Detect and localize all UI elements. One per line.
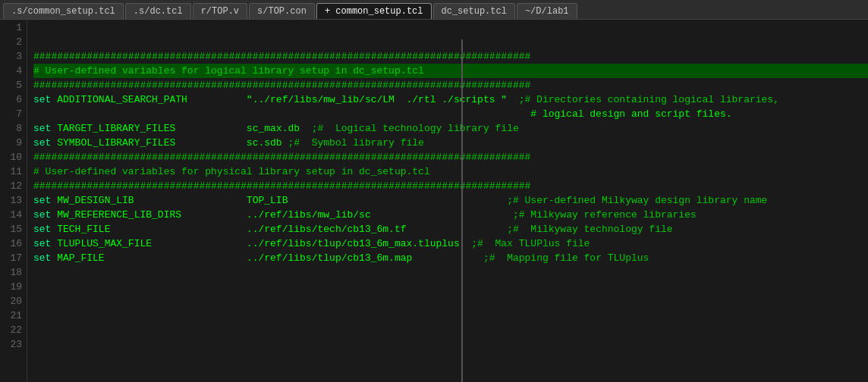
code-content[interactable]: ########################################… [27,20,868,382]
line-number-5: 5 [3,78,22,92]
line-number-10: 10 [3,150,22,164]
line-number-2: 2 [3,35,22,49]
code-line-8: set TARGET_LIBRARY_FILES sc_max.db ;# Lo… [33,121,868,136]
tab-common-setup-plus[interactable]: + common_setup.tcl [316,3,432,19]
line-number-11: 11 [3,164,22,179]
line-number-12: 12 [3,179,22,193]
line-number-18: 18 [3,265,22,280]
line-number-3: 3 [3,49,22,64]
line-number-17: 17 [3,251,22,265]
tab-common-setup-s[interactable]: .s/common_setup.tcl [3,3,124,19]
tab-top-r[interactable]: r/TOP.v [193,3,247,19]
line-number-21: 21 [3,308,22,323]
line-numbers: 1234567891011121314151617181920212223 [0,20,27,382]
line-number-20: 20 [3,294,22,308]
line-number-14: 14 [3,208,22,222]
code-line-2: # User-defined variables for logical lib… [33,64,868,78]
tab-bar: .s/common_setup.tcl.s/dc.tclr/TOP.vs/TOP… [0,0,868,20]
tab-top-s[interactable]: s/TOP.con [249,3,315,19]
line-number-9: 9 [3,136,22,150]
code-line-6: # logical design and script files. [33,107,868,121]
line-number-4: 4 [3,64,22,78]
line-number-22: 22 [3,323,22,337]
line-number-1: 1 [3,20,22,35]
code-line-19: set TECH_FILE ../ref/libs/tech/cb13_6m.t… [33,222,868,236]
code-line-15: set MW_DESIGN_LIB TOP_LIB ;# User-define… [33,193,868,208]
code-line-1: ########################################… [33,49,868,64]
editor-area: 1234567891011121314151617181920212223 ##… [0,20,868,382]
tab-dc-setup[interactable]: dc_setup.tcl [433,3,515,19]
code-line-10: set SYMBOL_LIBRARY_FILES sc.sdb ;# Symbo… [33,136,868,150]
tab-dc-s[interactable]: .s/dc.tcl [125,3,191,19]
code-line-21: set TLUPLUS_MAX_FILE ../ref/libs/tlup/cb… [33,236,868,251]
line-number-16: 16 [3,236,22,251]
line-number-7: 7 [3,107,22,121]
code-line-5: set ADDITIONAL_SEARCH_PATH "../ref/libs/… [33,92,868,107]
line-number-15: 15 [3,222,22,236]
line-number-6: 6 [3,92,22,107]
code-line-13: # User-defined variables for physical li… [33,164,868,179]
code-line-17: set MW_REFERENCE_LIB_DIRS ../ref/libs/mw… [33,208,868,222]
code-line-12: ########################################… [33,150,868,164]
code-line-23: set MAP_FILE ../ref/libs/tlup/cb13_6m.ma… [33,251,868,265]
line-number-8: 8 [3,121,22,136]
line-number-19: 19 [3,280,22,294]
code-line-14: ########################################… [33,179,868,193]
code-line-3: ########################################… [33,78,868,92]
line-number-23: 23 [3,337,22,352]
tab-lab1[interactable]: ~/D/lab1 [517,3,577,19]
line-number-13: 13 [3,193,22,208]
